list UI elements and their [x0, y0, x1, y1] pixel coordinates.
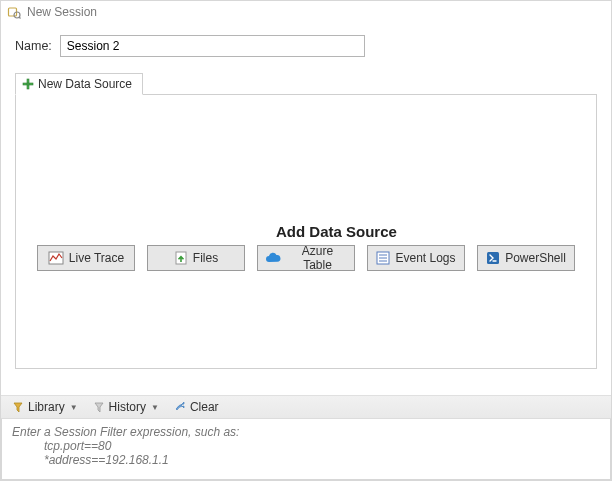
library-dropdown[interactable]: Library ▼ — [11, 400, 78, 414]
azure-cloud-icon — [264, 251, 282, 265]
new-session-icon — [7, 5, 21, 19]
history-label: History — [109, 400, 146, 414]
powershell-button[interactable]: PowerShell — [477, 245, 575, 271]
event-logs-button[interactable]: Event Logs — [367, 245, 465, 271]
event-logs-label: Event Logs — [395, 251, 455, 265]
chevron-down-icon: ▼ — [151, 403, 159, 412]
name-input[interactable] — [60, 35, 365, 57]
chevron-down-icon: ▼ — [70, 403, 78, 412]
live-trace-button[interactable]: Live Trace — [37, 245, 135, 271]
powershell-label: PowerShell — [505, 251, 566, 265]
filter-placeholder-line2: tcp.port==80 — [12, 439, 600, 453]
svg-rect-4 — [23, 83, 33, 85]
add-data-source-heading: Add Data Source — [276, 223, 397, 240]
library-label: Library — [28, 400, 65, 414]
library-icon — [11, 400, 25, 414]
files-button[interactable]: Files — [147, 245, 245, 271]
powershell-icon — [486, 251, 500, 265]
event-logs-icon — [376, 251, 390, 265]
filter-placeholder-line1: Enter a Session Filter expression, such … — [12, 425, 600, 439]
clear-button[interactable]: Clear — [173, 400, 219, 414]
history-dropdown[interactable]: History ▼ — [92, 400, 159, 414]
live-trace-label: Live Trace — [69, 251, 124, 265]
tabs-container: New Data Source Add Data Source Live Tra… — [1, 73, 611, 383]
tab-label: New Data Source — [38, 77, 132, 91]
filter-placeholder-line3: *address==192.168.1.1 — [12, 453, 600, 467]
clear-label: Clear — [190, 400, 219, 414]
window-title: New Session — [27, 5, 97, 19]
tab-new-data-source[interactable]: New Data Source — [15, 73, 143, 95]
azure-table-label: Azure Table — [287, 244, 348, 272]
files-icon — [174, 251, 188, 265]
data-source-buttons: Live Trace Files — [16, 245, 596, 271]
name-row: Name: — [1, 25, 611, 73]
titlebar: New Session — [1, 1, 611, 25]
files-label: Files — [193, 251, 218, 265]
name-label: Name: — [15, 39, 52, 53]
history-icon — [92, 400, 106, 414]
svg-line-2 — [19, 17, 21, 19]
window: New Session Name: New Data Source Add Da… — [0, 0, 612, 481]
plus-icon — [22, 78, 34, 90]
azure-table-button[interactable]: Azure Table — [257, 245, 355, 271]
tab-content: Add Data Source Live Trace — [15, 94, 597, 369]
tab-header: New Data Source — [15, 73, 597, 94]
clear-icon — [173, 400, 187, 414]
live-trace-icon — [48, 251, 64, 265]
filter-input[interactable]: Enter a Session Filter expression, such … — [1, 419, 611, 480]
filter-toolbar: Library ▼ History ▼ Clear — [1, 395, 611, 419]
